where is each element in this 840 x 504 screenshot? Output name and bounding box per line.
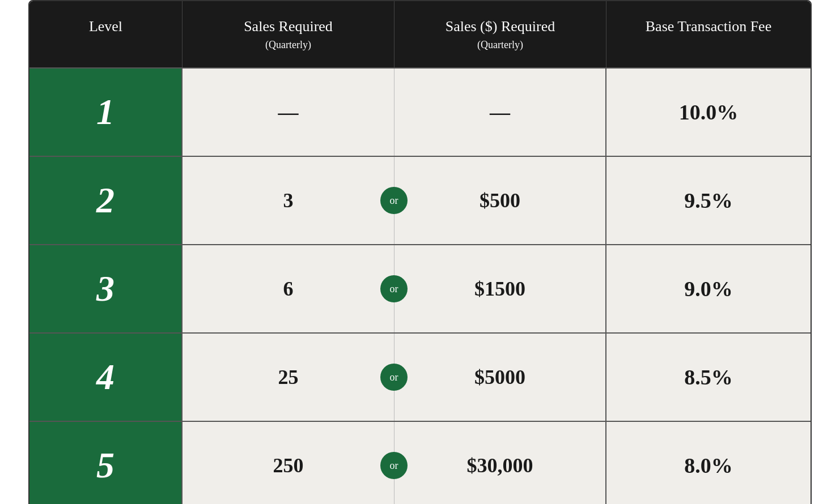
sales-dollar-value: $500: [480, 189, 520, 212]
header-level: Level: [29, 1, 183, 67]
sales-count-value: 25: [278, 365, 299, 389]
sales-count-cell: 25 or: [183, 334, 394, 421]
fee-value: 9.0%: [684, 276, 733, 301]
sales-count-value: 3: [283, 189, 294, 212]
or-badge: or: [380, 452, 408, 479]
sales-dollar-cell: $1500: [394, 245, 606, 332]
level-value: 2: [96, 180, 114, 221]
table-row: 2 3 or $500 9.5%: [29, 156, 811, 244]
level-cell: 2: [29, 157, 183, 244]
sales-count-value: —: [278, 100, 299, 124]
level-cell: 3: [29, 245, 183, 332]
sales-dollar-cell: $5000: [394, 334, 606, 421]
level-value: 5: [96, 445, 114, 486]
or-badge: or: [380, 364, 408, 391]
or-badge: or: [380, 187, 408, 214]
header-sales-count: Sales Required (Quarterly): [183, 1, 394, 67]
sales-count-cell: 6 or: [183, 245, 394, 332]
level-cell: 5: [29, 422, 183, 504]
fee-value: 8.0%: [684, 453, 733, 478]
sales-dollar-value: $30,000: [467, 454, 533, 477]
table-row: 3 6 or $1500 9.0%: [29, 244, 811, 332]
sales-count-cell: 3 or: [183, 157, 394, 244]
or-badge: or: [380, 275, 408, 302]
pricing-table: Level Sales Required (Quarterly) Sales (…: [28, 0, 812, 504]
table-row: 5 250 or $30,000 8.0%: [29, 421, 811, 504]
table-header: Level Sales Required (Quarterly) Sales (…: [29, 1, 811, 67]
sales-dollar-cell: $500: [394, 157, 606, 244]
level-value: 1: [96, 91, 114, 133]
fee-cell: 8.0%: [606, 422, 811, 504]
sales-dollar-value: —: [490, 100, 510, 124]
level-cell: 1: [29, 69, 183, 156]
sales-count-cell: —: [183, 69, 394, 156]
fee-value: 9.5%: [684, 188, 733, 213]
fee-value: 10.0%: [679, 100, 739, 125]
sales-dollar-cell: $30,000: [394, 422, 606, 504]
level-value: 4: [96, 356, 114, 398]
sales-dollar-value: $1500: [474, 277, 525, 301]
fee-cell: 8.5%: [606, 334, 811, 421]
sales-count-cell: 250 or: [183, 422, 394, 504]
fee-cell: 9.0%: [606, 245, 811, 332]
level-cell: 4: [29, 334, 183, 421]
header-sales-dollar: Sales ($) Required (Quarterly): [394, 1, 606, 67]
table-row: 1 — — 10.0%: [29, 67, 811, 156]
sales-count-value: 250: [273, 454, 304, 477]
level-value: 3: [96, 268, 114, 310]
fee-value: 8.5%: [684, 365, 733, 390]
fee-cell: 10.0%: [606, 69, 811, 156]
sales-dollar-cell: —: [394, 69, 606, 156]
sales-count-value: 6: [283, 277, 294, 301]
fee-cell: 9.5%: [606, 157, 811, 244]
table-body: 1 — — 10.0% 2 3 or $500 9.5% 3 6: [29, 67, 811, 504]
header-fee: Base Transaction Fee: [606, 1, 811, 67]
table-row: 4 25 or $5000 8.5%: [29, 332, 811, 421]
sales-dollar-value: $5000: [474, 365, 525, 389]
